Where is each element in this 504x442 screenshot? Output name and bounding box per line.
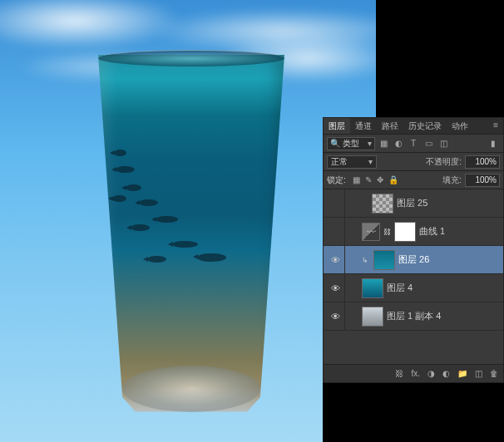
filter-kind-label: 类型 <box>343 138 359 150</box>
glass-rim <box>98 50 284 66</box>
search-icon: 🔍 <box>330 139 340 148</box>
filter-toggle-switch[interactable]: ▮ <box>487 137 500 150</box>
layer-row[interactable]: 〰⛓曲线 1 <box>324 218 503 246</box>
blend-mode-select[interactable]: 正常 <box>327 155 377 169</box>
fish-shape <box>115 150 126 156</box>
fish-shape <box>116 166 135 173</box>
layer-row[interactable]: 👁↳图层 26 <box>324 246 503 274</box>
panel-menu-icon[interactable]: ≡ <box>488 118 503 134</box>
panel-tabs: 图层 通道 路径 历史记录 动作 ≡ <box>324 118 503 135</box>
filter-smart-icon[interactable]: ◫ <box>437 137 450 150</box>
lock-position-icon[interactable]: ✥ <box>377 175 383 184</box>
lock-transparency-icon[interactable]: ▦ <box>353 175 360 184</box>
filter-shape-icon[interactable]: ▭ <box>422 137 435 150</box>
fill-label: 填充: <box>442 174 462 186</box>
fill-input[interactable]: 100% <box>465 174 500 187</box>
new-adjustment-icon[interactable]: ◐ <box>442 369 450 378</box>
new-group-icon[interactable]: 📁 <box>457 369 467 378</box>
filter-pixel-icon[interactable]: ▦ <box>377 137 390 150</box>
fish-shape <box>198 253 226 262</box>
add-mask-icon[interactable]: ◑ <box>427 369 435 378</box>
filter-adjustment-icon[interactable]: ◐ <box>392 137 405 150</box>
layer-name-label[interactable]: 图层 26 <box>398 253 429 266</box>
blend-mode-value: 正常 <box>331 156 348 168</box>
curves-adjustment-icon: 〰 <box>362 223 380 241</box>
layer-mask-thumbnail[interactable] <box>394 222 416 242</box>
delete-layer-icon[interactable]: 🗑 <box>490 369 498 378</box>
opacity-input[interactable]: 100% <box>465 155 500 169</box>
mask-link-icon[interactable]: ⛓ <box>383 228 391 236</box>
layer-row[interactable]: 👁图层 4 <box>324 274 503 302</box>
new-layer-icon[interactable]: ◫ <box>475 369 482 378</box>
filter-type-icon[interactable]: T <box>407 137 420 150</box>
lock-pixels-icon[interactable]: ✎ <box>365 175 372 184</box>
fish-shape <box>173 241 198 248</box>
opacity-label: 不透明度: <box>426 156 462 168</box>
blend-mode-row: 正常 不透明度: 100% <box>324 153 503 171</box>
tab-actions[interactable]: 动作 <box>447 118 473 134</box>
layer-row[interactable]: 图层 25 <box>324 189 503 218</box>
workspace-background <box>376 0 504 117</box>
layer-thumbnail[interactable] <box>372 194 393 214</box>
layer-thumbnail[interactable] <box>362 307 383 327</box>
visibility-toggle[interactable]: 👁 <box>327 302 345 330</box>
visibility-toggle[interactable] <box>327 218 345 245</box>
lock-label: 锁定: <box>327 174 346 186</box>
layer-thumbnail[interactable] <box>362 278 383 298</box>
layer-name-label[interactable]: 曲线 1 <box>419 225 445 238</box>
document-canvas[interactable] <box>0 0 376 442</box>
layer-filter-row: 🔍 类型 ▾ ▦ ◐ T ▭ ◫ ▮ <box>324 135 503 153</box>
opacity-value: 100% <box>475 157 497 166</box>
fish-shape <box>140 199 158 206</box>
layer-name-label[interactable]: 图层 25 <box>397 197 427 209</box>
layer-name-label[interactable]: 图层 4 <box>387 282 413 294</box>
layers-panel: 图层 通道 路径 历史记录 动作 ≡ 🔍 类型 ▾ ▦ ◐ T ▭ ◫ ▮ 正常… <box>323 117 504 383</box>
glass-body <box>98 50 284 415</box>
fish-shape <box>131 224 150 231</box>
fish-shape <box>126 184 141 191</box>
fish-shape <box>156 216 178 223</box>
lock-all-icon[interactable]: 🔒 <box>388 175 398 184</box>
layers-list: 图层 25〰⛓曲线 1👁↳图层 26👁图层 4👁图层 1 副本 4 <box>324 189 503 364</box>
tab-layers[interactable]: 图层 <box>324 118 350 134</box>
layer-name-label[interactable]: 图层 1 副本 4 <box>387 310 441 322</box>
layers-footer: ⛓ fx. ◑ ◐ 📁 ◫ 🗑 <box>324 364 503 382</box>
glass-bottom <box>122 366 260 412</box>
filter-search[interactable]: 🔍 类型 ▾ <box>327 137 375 150</box>
fish-shape <box>148 256 166 263</box>
workspace-background <box>323 383 504 442</box>
visibility-toggle[interactable]: 👁 <box>327 274 345 302</box>
layer-row[interactable]: 👁图层 1 副本 4 <box>324 302 503 331</box>
visibility-toggle[interactable] <box>327 189 345 217</box>
tab-channels[interactable]: 通道 <box>350 118 377 134</box>
lock-row: 锁定: ▦ ✎ ✥ 🔒 填充: 100% <box>324 171 503 189</box>
tab-history[interactable]: 历史记录 <box>403 118 447 134</box>
chevron-down-icon: ▾ <box>368 139 372 148</box>
tab-paths[interactable]: 路径 <box>377 118 403 134</box>
clipping-mask-icon: ↳ <box>362 256 368 264</box>
glass-composite <box>98 50 284 415</box>
link-layers-icon[interactable]: ⛓ <box>395 369 403 378</box>
fill-value: 100% <box>475 175 497 184</box>
layer-thumbnail[interactable] <box>373 250 395 270</box>
layer-fx-icon[interactable]: fx. <box>411 369 420 378</box>
fish-shape <box>113 195 126 202</box>
visibility-toggle[interactable]: 👁 <box>327 246 345 273</box>
